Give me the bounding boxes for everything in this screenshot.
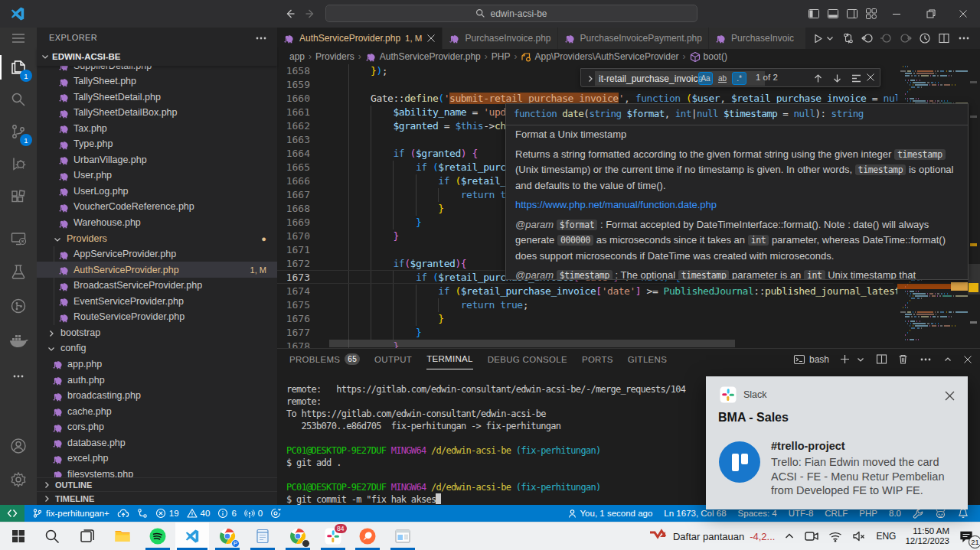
status-php-version[interactable]: 8.0: [889, 509, 901, 518]
run-button[interactable]: [812, 33, 824, 44]
toggle-secondary-sidebar-icon[interactable]: [845, 7, 859, 21]
editor-tab-authserviceprovider-php[interactable]: AuthServiceProvider.php1, M: [277, 28, 442, 49]
status-ports[interactable]: 0: [244, 508, 263, 519]
language-indicator[interactable]: ENG: [876, 531, 896, 542]
slack-notification-toast[interactable]: Slack BMA - Sales #trello-project Trello…: [706, 376, 968, 509]
breadcrumb-item-2[interactable]: AuthServiceProvider.php: [365, 51, 481, 63]
minimize-button[interactable]: [879, 0, 913, 28]
split-editor-button[interactable]: [938, 32, 950, 44]
code-editor[interactable]: 1658 });16591660 Gate::define('submit-re…: [277, 64, 980, 348]
tree-file-userlog-php[interactable]: UserLog.php: [37, 183, 277, 199]
command-center-search[interactable]: edwin-acsi-be: [325, 5, 697, 22]
tree-file-database-php[interactable]: database.php: [37, 434, 277, 451]
status-infos[interactable]: 6: [217, 508, 236, 519]
find-expand-icon[interactable]: [585, 73, 596, 84]
timeline-section[interactable]: TIMELINE: [37, 491, 277, 505]
tree-folder-bootstrap[interactable]: bootstrap: [37, 324, 277, 340]
taskbar-app-spotify[interactable]: [141, 522, 175, 550]
activity-bar-item-docker[interactable]: [0, 326, 37, 358]
taskbar-app-task-view[interactable]: [70, 522, 104, 550]
panel-tab-debug-console[interactable]: DEBUG CONSOLE: [488, 349, 567, 369]
status-warnings[interactable]: 40: [187, 508, 211, 519]
find-previous-icon[interactable]: [812, 73, 824, 84]
timeline-button[interactable]: [919, 32, 931, 44]
toast-close-icon[interactable]: [944, 390, 956, 402]
breadcrumb-item-5[interactable]: boot(): [690, 51, 727, 62]
tree-root-folder[interactable]: EDWIN-ACSI-BE: [37, 47, 277, 66]
editor-tab-purchaseinvoic[interactable]: PurchaseInvoic: [709, 28, 805, 49]
activity-bar-item-explorer[interactable]: 1: [0, 51, 37, 83]
tree-file-app-php[interactable]: app.php: [37, 356, 277, 372]
breadcrumb[interactable]: app›Providers›AuthServiceProvider.php›PH…: [277, 49, 980, 64]
status-eol[interactable]: CRLF: [825, 509, 848, 518]
activity-bar-item-run-and-debug[interactable]: [0, 148, 37, 180]
close-button[interactable]: [946, 0, 980, 28]
tree-file-appserviceprovider-php[interactable]: AppServiceProvider.php: [37, 246, 277, 262]
tree-folder-providers[interactable]: Providers●: [37, 230, 277, 246]
nav-back-button[interactable]: [282, 5, 299, 22]
run-dropdown-icon[interactable]: [825, 33, 835, 44]
taskbar-app-chrome-profile-1[interactable]: P: [211, 522, 244, 550]
panel-tab-gitlens[interactable]: GITLENS: [628, 349, 667, 369]
breadcrumb-item-0[interactable]: app: [289, 51, 305, 62]
split-terminal-button[interactable]: [876, 353, 887, 365]
toggle-panel-icon[interactable]: [826, 7, 840, 21]
find-close-icon[interactable]: [866, 73, 875, 82]
tree-folder-config[interactable]: config: [37, 340, 277, 356]
find-option-whole-word[interactable]: ab: [715, 72, 730, 85]
notification-center-button[interactable]: 21: [959, 529, 974, 544]
tree-file-type-php[interactable]: Type.php: [37, 136, 277, 152]
terminal-shell-selector[interactable]: bash: [793, 353, 829, 366]
volume-mute-icon[interactable]: [851, 529, 867, 544]
tree-file-auth-php[interactable]: auth.php: [37, 372, 277, 388]
panel-tab-terminal[interactable]: TERMINAL: [426, 349, 473, 369]
tree-file-tallysheet-php[interactable]: TallySheet.php: [37, 73, 277, 89]
tree-file-user-php[interactable]: User.php: [37, 168, 277, 184]
tree-file-eventserviceprovider-php[interactable]: EventServiceProvider.php: [37, 293, 277, 309]
taskbar-app-search[interactable]: [35, 522, 69, 550]
status-configure[interactable]: [913, 508, 923, 519]
panel-tab-ports[interactable]: PORTS: [582, 349, 613, 369]
activity-bar-item-remote-explorer[interactable]: [0, 223, 37, 255]
nav-circle-button[interactable]: [880, 32, 893, 44]
tree-file-cache-php[interactable]: cache.php: [37, 403, 277, 419]
taskbar-clock[interactable]: 11:50 AM 12/12/2023: [905, 526, 949, 546]
outline-section[interactable]: OUTLINE: [37, 477, 277, 491]
tree-file-routeserviceprovider-php[interactable]: RouteServiceProvider.php: [37, 309, 277, 325]
status-publish-changes[interactable]: [117, 507, 129, 519]
activity-bar-item-search[interactable]: [0, 83, 37, 116]
status-git-graph[interactable]: [137, 508, 148, 519]
tree-file-tallysheetdetail-php[interactable]: TallySheetDetail.php: [37, 89, 277, 105]
nav-forward-circle-button[interactable]: [900, 32, 912, 44]
activity-bar-item-extensions[interactable]: [0, 182, 37, 214]
tree-file-warehouse-php[interactable]: Warehouse.php: [37, 215, 277, 231]
panel-tab-problems[interactable]: PROBLEMS65: [289, 349, 360, 369]
editor-tab-purchaseinvoicepayment-php[interactable]: PurchaseInvoicePayment.php: [558, 28, 708, 49]
status-gitlens[interactable]: [270, 508, 281, 519]
stock-widget[interactable]: Daftar pantauan -4,2...: [648, 526, 775, 546]
taskbar-app-start[interactable]: [2, 522, 35, 550]
restore-button[interactable]: [913, 0, 948, 28]
more-actions-icon[interactable]: [957, 31, 971, 45]
kill-terminal-button[interactable]: [897, 353, 909, 365]
taskbar-app-file-explorer[interactable]: [106, 522, 139, 550]
tab-close-icon[interactable]: [426, 34, 436, 43]
tray-expand-icon[interactable]: [783, 530, 795, 542]
activity-bar-item-testing[interactable]: [0, 255, 37, 288]
tree-file-tax-php[interactable]: Tax.php: [37, 120, 277, 136]
customize-layout-icon[interactable]: [864, 7, 878, 21]
taskbar-app-notepad[interactable]: [246, 522, 279, 550]
tree-file-cors-php[interactable]: cors.php: [37, 419, 277, 435]
activity-bar-item-git-graph[interactable]: [0, 290, 37, 322]
find-next-icon[interactable]: [831, 73, 843, 84]
tree-file-broadcastserviceprovider-php[interactable]: BroadcastServiceProvider.php: [37, 278, 277, 294]
activity-bar-item-accounts[interactable]: [0, 430, 37, 462]
taskbar-app-slack[interactable]: 84: [316, 522, 350, 550]
tree-file-filesystems-php[interactable]: filesystems.php: [37, 466, 277, 477]
nav-forward-button[interactable]: [302, 5, 318, 22]
find-option-match-case[interactable]: Aa: [698, 72, 713, 85]
status-notifications[interactable]: [958, 508, 969, 519]
maximize-panel-button[interactable]: [942, 354, 953, 365]
status-blame[interactable]: You, 1 second ago: [567, 509, 653, 519]
taskbar-app-chrome-profile-2[interactable]: [281, 522, 315, 550]
